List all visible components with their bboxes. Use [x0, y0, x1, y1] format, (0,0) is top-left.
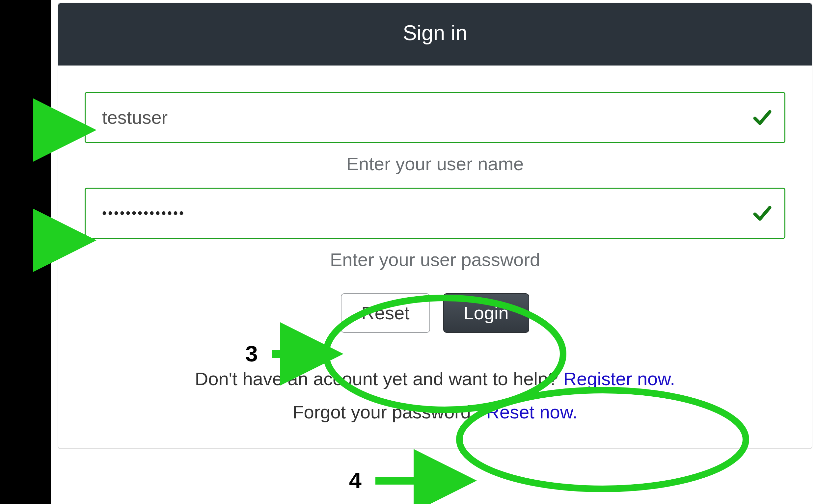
login-button[interactable]: Login: [443, 293, 529, 333]
reset-now-link[interactable]: Reset now.: [486, 402, 578, 422]
password-input[interactable]: [85, 188, 785, 239]
reset-button[interactable]: Reset: [341, 293, 430, 333]
username-input[interactable]: [85, 92, 785, 143]
check-icon: [752, 203, 772, 223]
username-help-text: Enter your user name: [85, 153, 785, 174]
forgot-text: Forgot your password?: [292, 402, 486, 422]
password-field-wrap: [85, 188, 785, 239]
left-black-strip: [0, 0, 51, 504]
links-block: Don't have an account yet and want to he…: [85, 362, 785, 429]
forgot-line: Forgot your password? Reset now.: [85, 396, 785, 429]
signin-panel: Sign in Enter your user name Enter your …: [58, 3, 812, 449]
register-line: Don't have an account yet and want to he…: [85, 362, 785, 396]
annotation-label-4: 4: [349, 468, 362, 493]
username-field-wrap: [85, 92, 785, 143]
register-link[interactable]: Register now.: [563, 368, 675, 389]
button-row: Reset Login: [85, 293, 785, 333]
panel-title: Sign in: [58, 3, 812, 66]
check-icon: [752, 108, 772, 127]
panel-body: Enter your user name Enter your user pas…: [58, 66, 812, 449]
password-help-text: Enter your user password: [85, 249, 785, 270]
register-text: Don't have an account yet and want to he…: [195, 368, 563, 389]
